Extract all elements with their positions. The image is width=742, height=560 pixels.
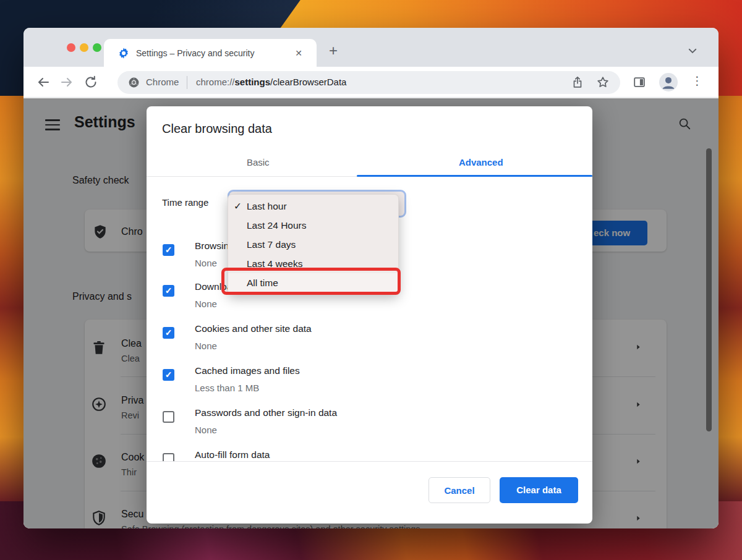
detail-cookies: None [195, 341, 217, 351]
tab-title: Settings – Privacy and security [136, 48, 254, 58]
dialog-title: Clear browsing data [162, 122, 272, 136]
profile-person-icon [659, 73, 678, 91]
tab-close-icon[interactable]: ✕ [292, 47, 305, 59]
detail-download-history: None [195, 299, 217, 309]
tab-advanced[interactable]: Advanced [370, 153, 593, 177]
avatar[interactable] [659, 73, 678, 91]
checkbox-cached-images[interactable]: ✓ [163, 369, 174, 381]
omnibox-url[interactable]: chrome://settings/clearBrowserData [196, 77, 346, 87]
menu-option-last-hour[interactable]: ✓Last hour [228, 197, 398, 216]
traffic-light-zoom[interactable] [93, 43, 101, 52]
back-icon[interactable] [36, 75, 51, 90]
checkbox-passwords[interactable] [163, 411, 174, 423]
label-autofill: Auto-fill form data [195, 449, 270, 460]
browser-tab[interactable]: Settings – Privacy and security ✕ [104, 39, 317, 67]
active-tab-underline [357, 175, 592, 177]
traffic-light-minimize[interactable] [80, 43, 88, 52]
url-scheme: chrome:// [196, 77, 235, 87]
omnibox[interactable]: Chrome chrome://settings/clearBrowserDat… [117, 71, 620, 94]
chrome-logo-icon [128, 77, 140, 88]
checkbox-browsing-history[interactable]: ✓ [163, 244, 174, 256]
dialog-footer: Cancel Clear data [147, 462, 592, 524]
time-range-label: Time range [162, 197, 208, 208]
detail-browsing-history: None [195, 258, 217, 268]
page-content: Settings Safety check Chro eck now Priva… [23, 98, 719, 528]
annotation-highlight-box [221, 268, 401, 295]
checkbox-autofill[interactable] [163, 453, 174, 462]
label-passwords: Passwords and other sign-in data [195, 407, 337, 418]
tab-basic[interactable]: Basic [147, 153, 370, 177]
share-icon[interactable] [571, 75, 584, 89]
chevron-down-icon[interactable] [687, 45, 698, 56]
url-path: /clearBrowserData [270, 77, 346, 87]
cancel-button[interactable]: Cancel [429, 477, 490, 503]
tab-strip: Settings – Privacy and security ✕ + [23, 28, 719, 67]
label-cookies: Cookies and other site data [195, 323, 312, 334]
checkbox-cookies[interactable]: ✓ [163, 327, 174, 339]
clear-data-button[interactable]: Clear data [500, 477, 578, 503]
bookmark-star-icon[interactable] [596, 75, 610, 89]
browser-toolbar: Chrome chrome://settings/clearBrowserDat… [23, 67, 719, 98]
dialog-tabs: Basic Advanced [147, 153, 592, 177]
new-tab-button[interactable]: + [324, 42, 343, 61]
detail-passwords: None [195, 425, 217, 435]
browser-window: Settings – Privacy and security ✕ + Chro… [23, 28, 719, 528]
menu-option-last-7-days[interactable]: Last 7 days [228, 235, 398, 254]
checkbox-download-history[interactable]: ✓ [163, 285, 174, 297]
checkmark-icon: ✓ [234, 197, 245, 216]
omnibox-divider [187, 76, 187, 89]
clear-browsing-data-dialog: Clear browsing data Basic Advanced Time … [147, 106, 592, 524]
traffic-light-close[interactable] [67, 43, 75, 52]
label-cached-images: Cached images and files [195, 365, 300, 376]
kebab-menu-icon[interactable]: ⋮ [691, 74, 703, 88]
url-host: settings [235, 77, 271, 87]
omnibox-site-label: Chrome [146, 77, 179, 87]
reload-icon[interactable] [83, 75, 98, 90]
detail-cached-images: Less than 1 MB [195, 383, 259, 393]
side-panel-icon[interactable] [633, 75, 646, 89]
gear-icon [117, 47, 130, 59]
menu-option-last-24-hours[interactable]: Last 24 Hours [228, 216, 398, 235]
forward-icon[interactable] [59, 75, 74, 90]
